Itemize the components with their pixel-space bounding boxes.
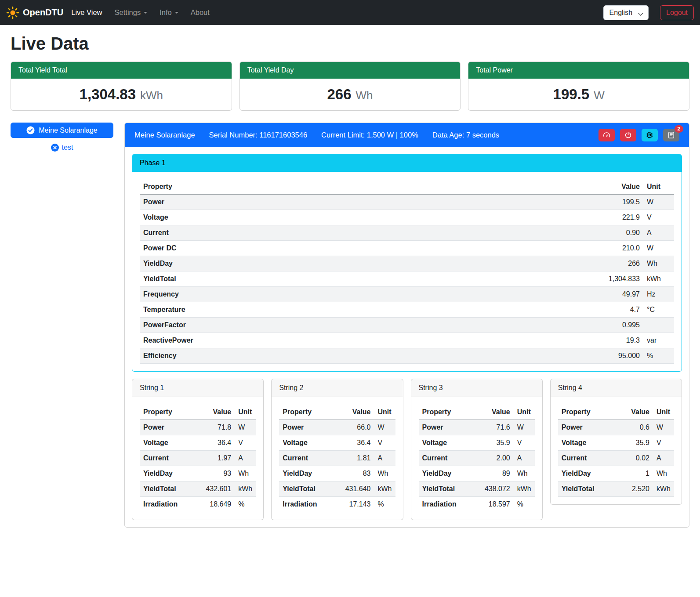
property-cell: Power: [140, 195, 582, 210]
string-title: String 4: [551, 379, 682, 397]
table-row: Power199.5W: [140, 195, 674, 210]
property-cell: YieldDay: [140, 256, 582, 271]
phase-table: Property Value Unit Power199.5W Voltage2…: [140, 179, 674, 364]
unit-cell: V: [235, 435, 256, 451]
device-info-button[interactable]: [642, 129, 658, 141]
unit-cell: A: [514, 451, 535, 466]
x-circle-icon[interactable]: [51, 144, 59, 152]
summary-value: 199.5: [553, 86, 590, 103]
table-row: YieldDay83Wh: [279, 466, 395, 481]
property-cell: Power: [419, 420, 476, 435]
cpu-icon: [646, 131, 653, 139]
summary-unit: Wh: [356, 89, 373, 102]
value-cell: 19.3: [582, 333, 643, 348]
unit-cell: Wh: [374, 466, 395, 481]
unit-cell: Hz: [643, 287, 674, 302]
string-table: Property Value Unit Power0.6W Voltage35.…: [558, 405, 674, 497]
value-cell: 438.072: [476, 481, 514, 497]
property-cell: YieldTotal: [419, 481, 476, 497]
value-cell: 49.97: [582, 287, 643, 302]
unit-cell: W: [374, 420, 395, 435]
unit-cell: V: [653, 435, 674, 451]
header-property: Property: [558, 405, 615, 420]
string-table: Property Value Unit Power71.6W Voltage35…: [419, 405, 535, 512]
inverter-panel-header: Meine Solaranlage Serial Number: 1161716…: [125, 123, 689, 147]
nav-live-view-label: Live View: [71, 8, 102, 17]
property-cell: Current: [558, 451, 615, 466]
header-unit: Unit: [653, 405, 674, 420]
language-select[interactable]: English: [603, 5, 649, 20]
summary-card-body: 1,304.83 kWh: [11, 79, 232, 110]
table-row: Temperature4.7°C: [140, 302, 674, 318]
inverter-select-button[interactable]: Meine Solaranlage: [11, 123, 113, 138]
property-cell: Current: [140, 451, 197, 466]
value-cell: 266: [582, 256, 643, 271]
unit-cell: kWh: [235, 481, 256, 497]
brand-link[interactable]: OpenDTU: [6, 6, 63, 19]
property-cell: YieldTotal: [558, 481, 615, 497]
summary-card-title: Total Yield Day: [240, 62, 461, 79]
unit-cell: A: [374, 451, 395, 466]
event-log-button[interactable]: 2: [663, 129, 679, 141]
string-card-1: String 1 Property Value Unit: [132, 379, 264, 520]
nav-settings-label: Settings: [115, 8, 141, 17]
property-cell: Voltage: [419, 435, 476, 451]
table-row: YieldDay1Wh: [558, 466, 674, 481]
string-table: Property Value Unit Power66.0W Voltage36…: [279, 405, 395, 512]
property-cell: Power: [140, 420, 197, 435]
table-row: YieldTotal438.072kWh: [419, 481, 535, 497]
navbar: OpenDTU Live View Settings Info About En…: [0, 0, 700, 25]
table-row: Current0.90A: [140, 225, 674, 241]
value-cell: 66.0: [337, 420, 374, 435]
value-cell: 1: [615, 466, 653, 481]
summary-card-total-power: Total Power 199.5 W: [468, 62, 689, 111]
property-cell: YieldTotal: [140, 271, 582, 287]
unit-cell: Wh: [653, 466, 674, 481]
header-unit: Unit: [235, 405, 256, 420]
nav-info[interactable]: Info: [160, 8, 178, 17]
value-cell: 2.00: [476, 451, 514, 466]
logout-button[interactable]: Logout: [660, 5, 694, 20]
property-cell: YieldDay: [419, 466, 476, 481]
property-cell: YieldDay: [558, 466, 615, 481]
limit-settings-button[interactable]: [598, 129, 615, 141]
nav-settings[interactable]: Settings: [115, 8, 148, 17]
brand-label: OpenDTU: [23, 7, 63, 18]
unit-cell: W: [514, 420, 535, 435]
language-select-value: English: [609, 9, 632, 16]
string-title: String 2: [272, 379, 403, 397]
unit-cell: V: [374, 435, 395, 451]
inverter-panel-body: Phase 1 Property Value Unit: [125, 147, 689, 527]
value-cell: 1.81: [337, 451, 374, 466]
property-cell: Current: [140, 225, 582, 241]
chevron-down-icon: [638, 11, 643, 15]
property-cell: YieldDay: [279, 466, 336, 481]
table-row: ReactivePower19.3var: [140, 333, 674, 348]
property-cell: Irradiation: [140, 497, 197, 512]
unit-cell: A: [643, 225, 674, 241]
header-value: Value: [337, 405, 374, 420]
table-row: Current1.97A: [140, 451, 256, 466]
property-cell: ReactivePower: [140, 333, 582, 348]
property-cell: Voltage: [558, 435, 615, 451]
table-row: Frequency49.97Hz: [140, 287, 674, 302]
inverter-sidebar: Meine Solaranlage test: [11, 123, 113, 152]
current-limit: Current Limit: 1,500 W | 100%: [321, 131, 418, 139]
unit-cell: W: [235, 420, 256, 435]
filter-tag-label: test: [62, 144, 73, 152]
nav-live-view[interactable]: Live View: [71, 8, 102, 17]
summary-row: Total Yield Total 1,304.83 kWh Total Yie…: [11, 62, 689, 111]
chevron-down-icon: [144, 12, 147, 14]
value-cell: 36.4: [197, 435, 235, 451]
string-title: String 3: [411, 379, 542, 397]
property-cell: Efficiency: [140, 348, 582, 364]
nav-about[interactable]: About: [191, 8, 210, 17]
property-cell: Temperature: [140, 302, 582, 318]
panel-actions: 2: [598, 129, 679, 141]
table-row: YieldTotal432.601kWh: [140, 481, 256, 497]
filter-tag[interactable]: test: [11, 144, 113, 152]
power-toggle-button[interactable]: [620, 129, 636, 141]
value-cell: 71.8: [197, 420, 235, 435]
inverter-panel: Meine Solaranlage Serial Number: 1161716…: [124, 123, 689, 528]
header-unit: Unit: [643, 179, 674, 195]
